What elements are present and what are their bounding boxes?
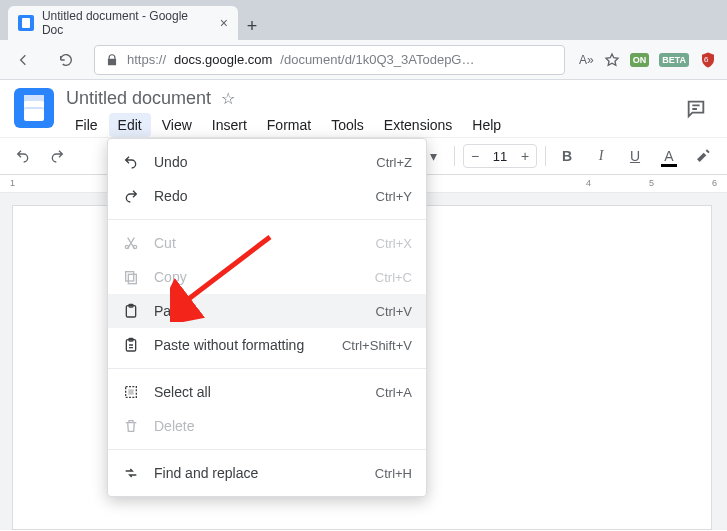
docs-logo-icon[interactable] bbox=[14, 88, 54, 128]
menu-item-label: Select all bbox=[154, 384, 362, 400]
redo-button[interactable] bbox=[44, 143, 70, 169]
menu-item-find-and-replace[interactable]: Find and replaceCtrl+H bbox=[108, 456, 426, 490]
extension-beta-badge[interactable]: BETA bbox=[659, 53, 689, 67]
menu-item-label: Paste bbox=[154, 303, 362, 319]
url-host: docs.google.com bbox=[174, 52, 272, 67]
menu-view[interactable]: View bbox=[153, 113, 201, 137]
star-button[interactable]: ☆ bbox=[221, 89, 235, 108]
docs-header: Untitled document ☆ FileEditViewInsertFo… bbox=[0, 80, 727, 137]
comments-button[interactable] bbox=[679, 92, 713, 126]
menu-item-shortcut: Ctrl+C bbox=[375, 270, 412, 285]
browser-tab[interactable]: Untitled document - Google Doc × bbox=[8, 6, 238, 40]
menu-item-shortcut: Ctrl+A bbox=[376, 385, 412, 400]
edit-menu-dropdown: UndoCtrl+ZRedoCtrl+YCutCtrl+XCopyCtrl+CP… bbox=[107, 138, 427, 497]
italic-button[interactable]: I bbox=[588, 143, 614, 169]
url-input[interactable]: https://docs.google.com/document/d/1k0Q3… bbox=[94, 45, 565, 75]
menu-insert[interactable]: Insert bbox=[203, 113, 256, 137]
menu-file[interactable]: File bbox=[66, 113, 107, 137]
menu-item-select-all[interactable]: Select allCtrl+A bbox=[108, 375, 426, 409]
menu-format[interactable]: Format bbox=[258, 113, 320, 137]
menu-item-label: Find and replace bbox=[154, 465, 361, 481]
menu-bar: FileEditViewInsertFormatToolsExtensionsH… bbox=[66, 113, 667, 137]
address-bar-actions: A» ON BETA 6 bbox=[579, 51, 717, 69]
menu-item-shortcut: Ctrl+V bbox=[376, 304, 412, 319]
svg-point-0 bbox=[125, 245, 128, 248]
shield-count: 6 bbox=[704, 55, 708, 64]
ruler-mark: 4 bbox=[586, 178, 591, 188]
menu-item-label: Redo bbox=[154, 188, 362, 204]
ruler-mark: 6 bbox=[712, 178, 717, 188]
redo-icon bbox=[122, 188, 140, 204]
menu-item-label: Cut bbox=[154, 235, 362, 251]
bold-button[interactable]: B bbox=[554, 143, 580, 169]
delete-icon bbox=[122, 418, 140, 434]
toolbar-separator bbox=[454, 146, 455, 166]
text-color-button[interactable]: A bbox=[656, 143, 682, 169]
svg-rect-9 bbox=[128, 389, 133, 394]
paste-icon bbox=[122, 303, 140, 319]
browser-address-bar: https://docs.google.com/document/d/1k0Q3… bbox=[0, 40, 727, 80]
menu-item-label: Paste without formatting bbox=[154, 337, 328, 353]
menu-item-label: Delete bbox=[154, 418, 398, 434]
paste-plain-icon bbox=[122, 337, 140, 353]
select-all-icon bbox=[122, 384, 140, 400]
menu-item-paste-without-formatting[interactable]: Paste without formattingCtrl+Shift+V bbox=[108, 328, 426, 362]
reader-mode-button[interactable]: A» bbox=[579, 53, 594, 67]
docs-favicon bbox=[18, 15, 34, 31]
ruler-mark: 1 bbox=[10, 178, 15, 188]
menu-item-paste[interactable]: PasteCtrl+V bbox=[108, 294, 426, 328]
url-protocol: https:// bbox=[127, 52, 166, 67]
toolbar-separator bbox=[545, 146, 546, 166]
cut-icon bbox=[122, 235, 140, 251]
close-tab-icon[interactable]: × bbox=[220, 15, 228, 31]
url-path: /document/d/1k0Q3_3ATodepG… bbox=[280, 52, 474, 67]
underline-button[interactable]: U bbox=[622, 143, 648, 169]
menu-item-undo[interactable]: UndoCtrl+Z bbox=[108, 145, 426, 179]
svg-rect-2 bbox=[126, 272, 134, 281]
svg-rect-3 bbox=[128, 274, 136, 283]
adblock-shield-icon[interactable]: 6 bbox=[699, 51, 717, 69]
font-size-stepper[interactable]: − 11 + bbox=[463, 144, 537, 168]
font-size-value[interactable]: 11 bbox=[486, 149, 514, 164]
increase-font-button[interactable]: + bbox=[514, 148, 536, 164]
find-replace-icon bbox=[122, 465, 140, 481]
menu-tools[interactable]: Tools bbox=[322, 113, 373, 137]
tab-title: Untitled document - Google Doc bbox=[42, 9, 212, 37]
decrease-font-button[interactable]: − bbox=[464, 148, 486, 164]
menu-help[interactable]: Help bbox=[463, 113, 510, 137]
menu-item-shortcut: Ctrl+Shift+V bbox=[342, 338, 412, 353]
menu-item-label: Copy bbox=[154, 269, 361, 285]
new-tab-button[interactable]: + bbox=[238, 12, 266, 40]
refresh-button[interactable] bbox=[52, 46, 80, 74]
menu-item-delete: Delete bbox=[108, 409, 426, 443]
lock-icon bbox=[105, 53, 119, 67]
menu-item-copy: CopyCtrl+C bbox=[108, 260, 426, 294]
menu-edit[interactable]: Edit bbox=[109, 113, 151, 137]
svg-point-1 bbox=[133, 245, 136, 248]
document-title[interactable]: Untitled document bbox=[66, 88, 211, 109]
menu-item-cut: CutCtrl+X bbox=[108, 226, 426, 260]
highlight-button[interactable] bbox=[690, 143, 716, 169]
menu-item-redo[interactable]: RedoCtrl+Y bbox=[108, 179, 426, 213]
back-button[interactable] bbox=[10, 46, 38, 74]
menu-item-shortcut: Ctrl+H bbox=[375, 466, 412, 481]
menu-item-shortcut: Ctrl+Z bbox=[376, 155, 412, 170]
menu-item-label: Undo bbox=[154, 154, 362, 170]
browser-tab-strip: Untitled document - Google Doc × + bbox=[0, 0, 727, 40]
menu-item-shortcut: Ctrl+X bbox=[376, 236, 412, 251]
undo-icon bbox=[122, 154, 140, 170]
extension-on-badge[interactable]: ON bbox=[630, 53, 650, 67]
favorite-button[interactable] bbox=[604, 52, 620, 68]
menu-extensions[interactable]: Extensions bbox=[375, 113, 461, 137]
ruler-mark: 5 bbox=[649, 178, 654, 188]
copy-icon bbox=[122, 269, 140, 285]
undo-button[interactable] bbox=[10, 143, 36, 169]
menu-item-shortcut: Ctrl+Y bbox=[376, 189, 412, 204]
